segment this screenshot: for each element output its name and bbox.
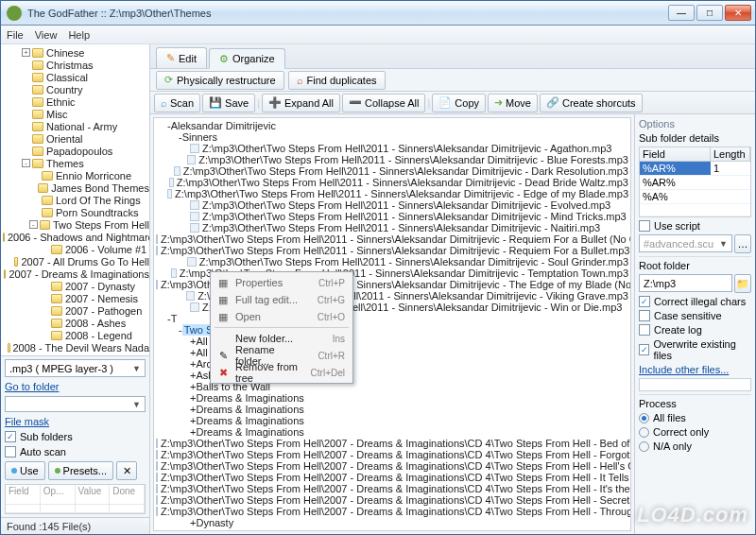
file-row[interactable]: +Dreams & Imaginations xyxy=(156,415,628,426)
file-row[interactable]: Z:\mp3\Other\Two Steps From Hell\2011 - … xyxy=(156,211,628,222)
titlebar[interactable]: The GodFather :: Z:\mp3\Other\Themes — □… xyxy=(1,1,755,26)
tree-node[interactable]: Christmas xyxy=(3,59,149,71)
tree-node[interactable]: 2008 - The Devil Wears Nada xyxy=(3,341,149,354)
file-row[interactable]: Z:\mp3\Other\Two Steps From Hell\2011 - … xyxy=(156,222,628,233)
file-row[interactable]: +Facton xyxy=(156,528,628,531)
tree-node[interactable]: 2006 - Shadows and Nightmares xyxy=(3,231,149,243)
file-row[interactable]: +Dreams & Imaginations xyxy=(156,426,628,438)
file-row[interactable]: -Aleksandar Dimitrijevic xyxy=(156,120,628,131)
file-row[interactable]: +Dreams & Imaginations xyxy=(156,392,628,404)
tree-node[interactable]: Misc xyxy=(3,108,149,120)
file-mask-link[interactable]: File mask xyxy=(5,416,146,427)
tree-node[interactable]: -Themes xyxy=(3,157,149,169)
overwrite-checkbox[interactable]: ✓Overwrite existing files xyxy=(639,338,751,361)
file-row[interactable]: +Dreams & Imaginations xyxy=(156,404,628,415)
autoscan-checkbox[interactable]: Auto scan xyxy=(5,446,146,457)
include-other-link[interactable]: Include other files... xyxy=(639,364,751,375)
tree-node[interactable]: 2008 - Ashes xyxy=(3,317,149,329)
go-to-folder-link[interactable]: Go to folder xyxy=(5,381,146,392)
tree-node[interactable]: +Chinese xyxy=(3,46,149,59)
create-log-checkbox[interactable]: Create log xyxy=(639,324,751,336)
save-button[interactable]: 💾Save xyxy=(202,94,255,112)
tree-node[interactable]: -Two Steps From Hell xyxy=(3,218,149,231)
file-row[interactable]: Z:\mp3\Other\Two Steps From Hell\2011 - … xyxy=(156,199,628,211)
file-row[interactable]: Z:\mp3\Other\Two Steps From Hell\2007 - … xyxy=(156,438,628,449)
ctx-remove-from-tree[interactable]: ✖Remove from treeCtrl+Del xyxy=(213,364,351,381)
script-combo[interactable]: #advanced.scu▼ xyxy=(639,234,732,252)
file-row[interactable]: +Dynasty xyxy=(156,517,628,528)
process-na-radio[interactable]: N/A only xyxy=(639,440,751,452)
filter-grid[interactable]: FieldOp...ValueDone xyxy=(5,484,146,514)
file-row[interactable]: Z:\mp3\Other\Two Steps From Hell\2007 - … xyxy=(156,494,628,506)
tree-node[interactable]: 2007 - Nemesis xyxy=(3,292,149,304)
root-folder-input[interactable]: Z:\mp3 xyxy=(639,274,732,292)
tree-node[interactable]: James Bond Themes xyxy=(3,181,149,194)
file-row[interactable]: Z:\mp3\Other\Two Steps From Hell\2007 - … xyxy=(156,472,628,483)
menu-view[interactable]: View xyxy=(35,29,58,41)
file-row[interactable]: -Sinners xyxy=(156,131,628,143)
process-all-radio[interactable]: All files xyxy=(639,412,751,423)
minimize-button[interactable]: — xyxy=(668,5,695,21)
tree-node[interactable]: Papadopoulos xyxy=(3,145,149,157)
file-row[interactable]: Z:\mp3\Other\Two Steps From Hell\2011 - … xyxy=(156,154,628,165)
copy-button[interactable]: 📄Copy xyxy=(432,94,486,112)
subfolders-checkbox[interactable]: ✓Sub folders xyxy=(5,431,146,442)
file-row[interactable]: Z:\mp3\Other\Two Steps From Hell\2011 - … xyxy=(156,245,628,256)
use-script-checkbox[interactable]: Use script xyxy=(639,220,751,232)
tree-node[interactable]: 2008 - Legend xyxy=(3,329,149,341)
process-correct-radio[interactable]: Correct only xyxy=(639,426,751,438)
delete-button[interactable]: ✕ xyxy=(116,461,137,480)
tree-node[interactable]: Country xyxy=(3,83,149,95)
shortcuts-button[interactable]: 🔗Create shorcuts xyxy=(540,94,643,112)
tab-edit[interactable]: ✎Edit xyxy=(156,47,207,68)
tree-node[interactable]: Porn Soundtracks xyxy=(3,206,149,218)
presets-button[interactable]: Presets... xyxy=(48,461,113,480)
menu-help[interactable]: Help xyxy=(68,29,90,41)
file-row[interactable]: Z:\mp3\Other\Two Steps From Hell\2011 - … xyxy=(156,256,628,268)
move-button[interactable]: ➜Move xyxy=(488,94,538,112)
subfolder-table[interactable]: FieldLength %AR%1 %AR% %A% xyxy=(639,147,751,217)
file-row[interactable]: Z:\mp3\Other\Two Steps From Hell\2011 - … xyxy=(156,143,628,154)
format-combo[interactable]: .mp3 ( MPEG layer-3 ) ▼ xyxy=(5,359,146,377)
tree-node[interactable]: Ethnic xyxy=(3,95,149,108)
script-browse-button[interactable]: … xyxy=(734,234,751,253)
tree-node[interactable]: Classical xyxy=(3,71,149,83)
file-row[interactable]: Z:\mp3\Other\Two Steps From Hell\2011 - … xyxy=(156,177,628,188)
file-row[interactable]: Z:\mp3\Other\Two Steps From Hell\2007 - … xyxy=(156,483,628,494)
correct-chars-checkbox[interactable]: ✓Correct illegal chars xyxy=(639,296,751,307)
include-input[interactable] xyxy=(639,378,751,391)
tree-node[interactable]: National - Army xyxy=(3,120,149,132)
tree-node[interactable]: 2007 - Dynasty xyxy=(3,280,149,292)
file-row[interactable]: Z:\mp3\Other\Two Steps From Hell\2007 - … xyxy=(156,449,628,460)
file-row[interactable]: Z:\mp3\Other\Two Steps From Hell\2011 - … xyxy=(156,233,628,245)
menu-file[interactable]: File xyxy=(7,29,24,41)
statusbar: Found :145 File(s) xyxy=(1,517,149,534)
tree-node[interactable]: Lord Of The Rings xyxy=(3,194,149,206)
tree-node[interactable]: Ennio Morricone xyxy=(3,169,149,181)
file-row[interactable]: Z:\mp3\Other\Two Steps From Hell\2007 - … xyxy=(156,506,628,517)
process-label: Process xyxy=(639,394,751,409)
file-row[interactable]: Z:\mp3\Other\Two Steps From Hell\2011 - … xyxy=(156,188,628,199)
maximize-button[interactable]: □ xyxy=(696,5,723,21)
tree-node[interactable]: 2006 - Volume #1 xyxy=(3,243,149,255)
use-button[interactable]: Use xyxy=(5,461,45,480)
scan-button[interactable]: ⌕Scan xyxy=(154,94,200,112)
collapse-button[interactable]: ➖Collapse All xyxy=(342,94,425,112)
folder-tree[interactable]: +ChineseChristmasClassicalCountryEthnicM… xyxy=(1,44,149,355)
tree-node[interactable]: 2007 - Dreams & Imaginations xyxy=(3,268,149,280)
case-sensitive-checkbox[interactable]: Case sensitive xyxy=(639,310,751,321)
root-browse-button[interactable]: 📁 xyxy=(734,274,751,293)
tree-node[interactable]: 2007 - All Drums Go To Hell xyxy=(3,255,149,268)
subtab-restructure[interactable]: ⟳Physically restructure xyxy=(156,71,284,90)
subtab-duplicates[interactable]: ⌕Find duplicates xyxy=(288,71,386,90)
file-tree[interactable]: -Aleksandar Dimitrijevic-SinnersZ:\mp3\O… xyxy=(153,117,631,531)
tree-node[interactable]: 2007 - Pathogen xyxy=(3,304,149,317)
file-row[interactable]: Z:\mp3\Other\Two Steps From Hell\2011 - … xyxy=(156,165,628,177)
expand-button[interactable]: ➕Expand All xyxy=(262,94,340,112)
tab-organize[interactable]: ⚙Organize xyxy=(209,48,285,69)
options-panel: Options Sub folder details FieldLength %… xyxy=(634,114,755,534)
close-button[interactable]: ✕ xyxy=(725,5,751,21)
tree-node[interactable]: Oriental xyxy=(3,132,149,145)
file-row[interactable]: Z:\mp3\Other\Two Steps From Hell\2007 - … xyxy=(156,460,628,472)
folder-path-combo[interactable]: ▼ xyxy=(5,396,146,412)
